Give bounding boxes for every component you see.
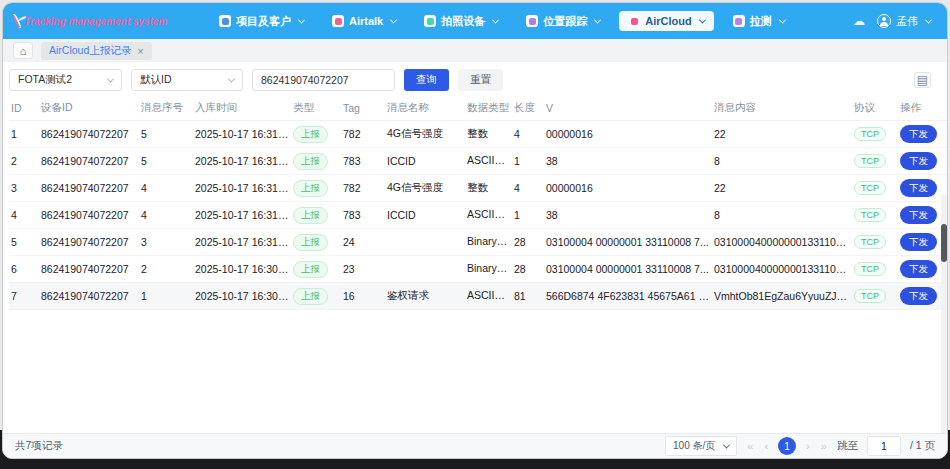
reset-button[interactable]: 重置: [458, 69, 503, 91]
cell-type: 上报: [291, 283, 341, 310]
cell: 862419074072207: [39, 256, 139, 283]
nav-menu-label: 拍照设备: [441, 14, 485, 29]
column-header: 操作: [898, 96, 947, 121]
send-down-button[interactable]: 下发: [900, 152, 937, 170]
upload-tag: 上报: [293, 234, 328, 251]
cell: 1: [139, 283, 193, 310]
cell: Binary字…: [465, 229, 512, 256]
monitor-icon: [733, 15, 745, 27]
tab-bar: ⌂ AirCloud上报记录 ×: [3, 39, 947, 62]
nav-menu-label: Airtalk: [349, 15, 383, 27]
nav-menu-test[interactable]: 拉测: [724, 10, 794, 33]
table-row[interactable]: 486241907407220742025-10-17 16:31:08上报78…: [9, 202, 947, 229]
page-size-select[interactable]: 100 条/页: [665, 436, 737, 456]
scrollbar-thumb[interactable]: [941, 224, 947, 262]
nav-menu-project[interactable]: 项目及客户: [210, 10, 313, 33]
send-down-button[interactable]: 下发: [900, 260, 937, 278]
nav-menu-label: 项目及客户: [236, 14, 291, 29]
cell: VmhtOb81EgZau6YyuuZJzwF6oU...: [712, 283, 852, 310]
column-header: 消息内容: [712, 96, 852, 121]
project-select[interactable]: FOTA测试2: [9, 69, 122, 91]
table-row[interactable]: 786241907407220712025-10-17 16:30:38上报16…: [9, 283, 947, 310]
cell: 862419074072207: [39, 175, 139, 202]
nav-menu-label: 拉测: [750, 14, 772, 29]
cell: 16: [341, 283, 385, 310]
cell: 031000040000000133110008746...: [712, 256, 852, 283]
table-row[interactable]: 586241907407220732025-10-17 16:31:06上报24…: [9, 229, 947, 256]
cell-type: 上报: [291, 148, 341, 175]
column-header: 类型: [291, 96, 341, 121]
prev-page-button[interactable]: ‹: [763, 440, 769, 452]
user-menu[interactable]: 孟伟: [877, 14, 931, 29]
cell: 1: [9, 121, 39, 148]
cell: 862419074072207: [39, 148, 139, 175]
send-down-button[interactable]: 下发: [900, 233, 937, 251]
camera-icon: [424, 15, 436, 27]
first-page-button[interactable]: «: [746, 440, 754, 452]
home-button[interactable]: ⌂: [13, 42, 33, 59]
export-button[interactable]: ▤: [914, 72, 931, 88]
table-row[interactable]: 286241907407220752025-10-17 16:31:38上报78…: [9, 148, 947, 175]
next-page-button[interactable]: ›: [805, 440, 811, 452]
send-down-button[interactable]: 下发: [900, 287, 937, 305]
upload-tag: 上报: [293, 153, 328, 170]
chevron-down-icon: [925, 16, 932, 23]
app-logo[interactable]: Tracking management system: [15, 13, 165, 29]
search-button[interactable]: 查询: [404, 69, 449, 91]
cell: 03100004 00000001 33110008 7...: [544, 256, 712, 283]
protocol-tag: TCP: [854, 289, 886, 303]
nav-right-section: ☁ 孟伟: [853, 14, 931, 29]
send-down-button[interactable]: 下发: [900, 179, 937, 197]
top-navbar: Tracking management system 项目及客户Airtalk拍…: [3, 3, 947, 39]
column-header: ID: [9, 96, 39, 121]
close-icon[interactable]: ×: [137, 45, 143, 57]
current-page-button[interactable]: 1: [778, 437, 796, 455]
column-header: 入库时间: [193, 96, 291, 121]
cell-action: 下发: [898, 283, 947, 310]
tab-aircloud-records[interactable]: AirCloud上报记录 ×: [41, 42, 152, 60]
nav-menu-camera[interactable]: 拍照设备: [415, 10, 507, 33]
cell: 38: [544, 148, 712, 175]
cell: Binary字…: [465, 256, 512, 283]
tab-label: AirCloud上报记录: [49, 44, 131, 58]
upload-tag: 上报: [293, 180, 328, 197]
cell-action: 下发: [898, 148, 947, 175]
cell: 00000016: [544, 175, 712, 202]
upload-tag: 上报: [293, 207, 328, 224]
id-type-select-value: 默认ID: [140, 73, 172, 87]
column-header: 消息名称: [385, 96, 465, 121]
cell-action: 下发: [898, 121, 947, 148]
cell: 8: [712, 148, 852, 175]
nav-menu-airtalk[interactable]: Airtalk: [323, 11, 405, 31]
cloud-icon[interactable]: ☁: [853, 14, 865, 28]
cell: 2025-10-17 16:30:38: [193, 283, 291, 310]
jump-page-input[interactable]: [867, 436, 901, 456]
cell-action: 下发: [898, 202, 947, 229]
upload-tag: 上报: [293, 261, 328, 278]
logo-text: Tracking management system: [24, 16, 167, 27]
table-row[interactable]: 686241907407220722025-10-17 16:30:44上报23…: [9, 256, 947, 283]
nav-menu-location[interactable]: 位置跟踪: [517, 10, 609, 33]
device-id-input[interactable]: [252, 69, 395, 91]
cell: 862419074072207: [39, 283, 139, 310]
protocol-tag: TCP: [854, 262, 886, 276]
cell: 2025-10-17 16:31:06: [193, 229, 291, 256]
nav-menu-list: 项目及客户Airtalk拍照设备位置跟踪AirCloud拉测: [210, 10, 794, 33]
last-page-button[interactable]: »: [820, 440, 828, 452]
send-down-button[interactable]: 下发: [900, 125, 937, 143]
id-type-select[interactable]: 默认ID: [131, 69, 243, 91]
table-row[interactable]: 386241907407220742025-10-17 16:31:08上报78…: [9, 175, 947, 202]
table-row[interactable]: 186241907407220752025-10-17 16:31:38上报78…: [9, 121, 947, 148]
cell: 整数: [465, 175, 512, 202]
table-header-row: ID设备ID消息序号入库时间类型Tag消息名称数据类型长度V消息内容协议操作: [9, 96, 947, 121]
chevron-down-icon: [298, 16, 305, 23]
cell-type: 上报: [291, 229, 341, 256]
nav-menu-aircloud[interactable]: AirCloud: [619, 11, 713, 31]
cell: 1: [512, 202, 544, 229]
column-header: 数据类型: [465, 96, 512, 121]
column-header: 长度: [512, 96, 544, 121]
cell-type: 上报: [291, 256, 341, 283]
send-down-button[interactable]: 下发: [900, 206, 937, 224]
logo-icon: [12, 13, 22, 29]
page-size-value: 100 条/页: [673, 439, 715, 453]
